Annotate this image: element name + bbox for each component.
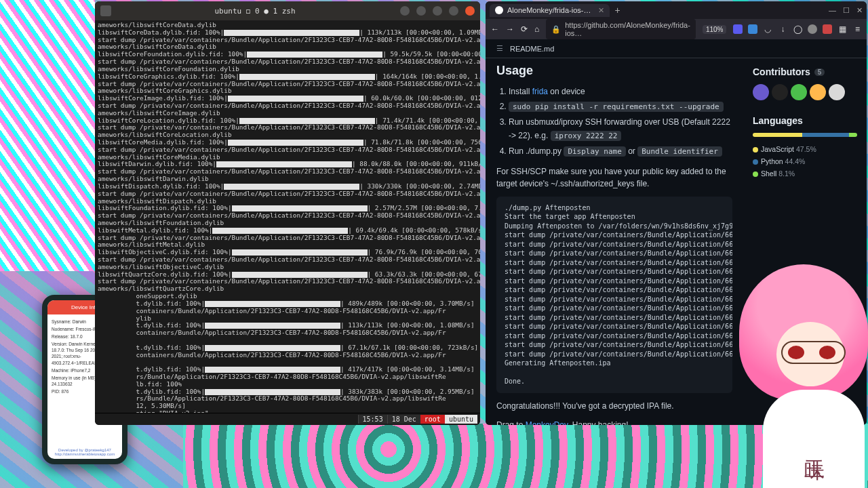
- browser-window[interactable]: AloneMonkey/frida-ios-… ✕ + — ☐ ✕ ← → ⟳ …: [486, 1, 867, 425]
- readme-header: ☰ README.md: [486, 39, 867, 58]
- new-tab-button[interactable]: +: [615, 5, 620, 16]
- step-1: Install frida on device: [509, 85, 732, 98]
- avatar[interactable]: [791, 84, 807, 100]
- avatar[interactable]: [753, 84, 769, 100]
- iproxy-code: iproxy 2222 22: [551, 131, 622, 141]
- window-minimize-icon[interactable]: —: [829, 6, 836, 15]
- usage-heading: Usage: [496, 64, 732, 78]
- contributors-count: 5: [814, 68, 825, 76]
- extension-icon[interactable]: [733, 24, 743, 34]
- terminal-title: ubuntu ◻ 0 ● 1 zsh: [117, 7, 393, 16]
- extension-icon[interactable]: [823, 24, 832, 34]
- terminal-status-bar: 15:53 18 Dec root ubuntu: [95, 413, 480, 425]
- status-date: 18 Dec: [387, 415, 420, 424]
- example-output-codeblock[interactable]: ./dump.py Aftenposten Start the target a…: [496, 197, 732, 393]
- avatar[interactable]: [772, 84, 788, 100]
- close-tab-icon[interactable]: ✕: [598, 6, 604, 15]
- url-bar[interactable]: 🔒 https://github.com/AloneMonkey/frida-i…: [546, 19, 696, 39]
- readme-content[interactable]: Usage Install frida on device sudo pip i…: [486, 58, 743, 425]
- browser-tab-active[interactable]: AloneMonkey/frida-ios-… ✕: [490, 4, 610, 17]
- maximize-icon[interactable]: [449, 6, 458, 16]
- back-icon[interactable]: ←: [491, 24, 499, 34]
- browser-tabstrip[interactable]: AloneMonkey/frida-ios-… ✕ + — ☐ ✕: [486, 1, 867, 19]
- close-icon[interactable]: [465, 6, 475, 16]
- reload-icon[interactable]: ⟳: [521, 24, 528, 34]
- languages-list: JavaScript 47.5%Python 44.4%Shell 8.1%: [753, 144, 857, 180]
- window-close-icon[interactable]: ✕: [856, 6, 863, 15]
- terminal-window[interactable]: ubuntu ◻ 0 ● 1 zsh ameworks/libswiftCore…: [95, 1, 480, 425]
- window-maximize-icon[interactable]: ☐: [843, 6, 850, 15]
- list-icon[interactable]: ☰: [496, 44, 503, 53]
- terminal-app-icon: [100, 5, 111, 16]
- apps-icon[interactable]: ▦: [837, 24, 847, 34]
- downloads-icon[interactable]: ↓: [778, 24, 787, 34]
- phone-footer: Developed by @prateekg147 http://damnvul…: [47, 445, 122, 459]
- ssh-note: For SSH/SCP make sure you have your publ…: [496, 165, 732, 190]
- extension-icon[interactable]: [808, 24, 817, 34]
- wallpaper-corner: [0, 0, 95, 271]
- repo-sidebar: Contributors5 Languages JavaScript 47.5%…: [743, 58, 867, 425]
- languages-bar: [753, 133, 857, 137]
- frida-link[interactable]: frida: [532, 87, 548, 96]
- lock-icon: 🔒: [551, 25, 561, 34]
- step-3: Run usbmuxd/iproxy SSH forwarding over U…: [509, 115, 732, 143]
- forward-icon[interactable]: →: [506, 24, 514, 34]
- tab-title: AloneMonkey/frida-ios-…: [507, 6, 591, 14]
- languages-heading: Languages: [753, 115, 857, 126]
- account-icon[interactable]: ◯: [793, 24, 802, 34]
- status-user: root: [420, 415, 445, 424]
- extensions-area: ◡ ↓ ◯ ▦ ≡: [733, 24, 862, 34]
- zoom-indicator[interactable]: 110%: [703, 25, 727, 34]
- url-text: https://github.com/AloneMonkey/frida-ios…: [565, 21, 690, 37]
- status-host: ubuntu: [445, 415, 477, 424]
- terminal-output[interactable]: ameworks/libswiftCoreData.dylib libswift…: [95, 20, 480, 413]
- bookmark-icon[interactable]: [748, 24, 757, 34]
- contributors-heading: Contributors5: [753, 66, 857, 77]
- menu-icon[interactable]: ≡: [852, 24, 862, 34]
- wallpaper-bottom: [183, 424, 868, 488]
- search-icon[interactable]: [400, 6, 410, 16]
- minimize-icon[interactable]: [433, 6, 442, 16]
- avatar[interactable]: [829, 84, 845, 100]
- status-time: 15:53: [358, 415, 387, 424]
- avatar[interactable]: [810, 84, 826, 100]
- readme-filename[interactable]: README.md: [510, 45, 554, 53]
- step-2: sudo pip install -r requirements.txt --u…: [509, 100, 732, 114]
- github-icon: [495, 6, 503, 14]
- browser-toolbar: ← → ⟳ ⌂ 🔒 https://github.com/AloneMonkey…: [486, 19, 867, 39]
- menu-icon[interactable]: [416, 6, 426, 16]
- monkeydev-link[interactable]: MonkeyDev: [526, 420, 568, 425]
- drag-text: Drag to MonkeyDev, Happy hacking!: [496, 419, 732, 425]
- pip-install-code: sudo pip install -r requirements.txt --u…: [509, 102, 724, 112]
- congrats-text: Congratulations!!! You've got a decrypte…: [496, 400, 732, 412]
- pocket-icon[interactable]: ◡: [763, 24, 772, 34]
- display-name-code: Display name: [564, 146, 625, 157]
- bundle-id-code: Bundle identifier: [637, 146, 722, 157]
- terminal-titlebar[interactable]: ubuntu ◻ 0 ● 1 zsh: [95, 1, 480, 20]
- home-icon[interactable]: ⌂: [534, 24, 539, 34]
- step-4: Run ./dump.py Display name or Bundle ide…: [509, 144, 732, 159]
- contributor-avatars[interactable]: [753, 84, 857, 100]
